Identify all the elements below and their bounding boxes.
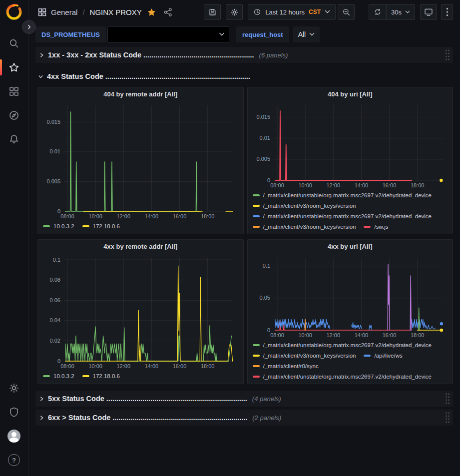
svg-text:08:00: 08:00: [270, 182, 284, 188]
legend-item[interactable]: /_matrix/client/r0/sync: [253, 363, 319, 369]
sidebar-item-starred[interactable]: [0, 55, 28, 79]
svg-text:0.08: 0.08: [50, 277, 60, 283]
row-header-6xx[interactable]: 6xx > Status Code ......................…: [35, 410, 453, 426]
legend-label: /_matrix/client/unstable/org.matrix.msc2…: [263, 192, 432, 198]
row-drag-handle-icon[interactable]: [445, 412, 450, 426]
row-header-4xx[interactable]: 4xx Status Code ........................…: [35, 70, 453, 83]
dashboard-settings-button[interactable]: [226, 4, 243, 20]
legend-item[interactable]: /_matrix/client/v3/room_keys/version: [253, 224, 356, 230]
legend-swatch: [253, 215, 260, 217]
legend-item[interactable]: 172.18.0.6: [82, 223, 120, 229]
share-button[interactable]: [163, 7, 173, 17]
legend-item[interactable]: /_matrix/client/unstable/org.matrix.msc2…: [253, 192, 432, 198]
shield-icon: [8, 407, 19, 418]
sidebar-item-alerting[interactable]: [0, 127, 28, 151]
share-icon: [163, 7, 173, 17]
legend-label: /_matrix/client/unstable/org.matrix.msc2…: [263, 374, 432, 380]
breadcrumb-section[interactable]: General: [51, 8, 77, 16]
legend-label: /sw.js: [374, 224, 388, 230]
svg-text:18:00: 18:00: [201, 213, 215, 219]
request-host-dropdown[interactable]: All: [293, 26, 320, 42]
grafana-logo-icon[interactable]: [5, 3, 22, 20]
svg-text:12:00: 12:00: [326, 182, 340, 188]
refresh-interval-dropdown[interactable]: 30s: [386, 4, 415, 19]
svg-text:0.02: 0.02: [50, 338, 60, 344]
sidebar-item-configuration[interactable]: [0, 376, 28, 400]
chart-canvas[interactable]: 08:0010:0012:0014:0016:0018:0000.0050.01…: [42, 101, 239, 220]
save-dashboard-button[interactable]: [204, 4, 221, 20]
legend-item[interactable]: 10.0.3.2: [43, 373, 74, 379]
row-title: 4xx Status Code ........................…: [47, 72, 250, 80]
panel-title[interactable]: 404 by remote addr [All]: [42, 87, 239, 101]
search-icon: [8, 38, 19, 49]
favorite-star-button[interactable]: [147, 7, 156, 17]
refresh-interval-label: 30s: [391, 8, 402, 16]
refresh-button[interactable]: [369, 4, 386, 19]
kebab-icon: [446, 7, 449, 16]
sidebar-item-help[interactable]: ?: [0, 448, 28, 472]
row-header-1xx-3xx-2xx[interactable]: 1xx - 3xx - 2xx Status Code ............…: [35, 47, 453, 63]
request-host-label[interactable]: request_host: [242, 31, 283, 38]
legend-swatch: [364, 226, 371, 228]
row-panel-count: (6 panels): [259, 51, 288, 59]
chevron-down-icon: [325, 10, 330, 14]
row-drag-handle-icon[interactable]: [445, 49, 450, 63]
panel-title[interactable]: 4xx by remote addr [All]: [42, 240, 239, 254]
legend-item[interactable]: 10.0.3.2: [43, 223, 74, 229]
legend-item[interactable]: /_matrix/client/unstable/org.matrix.msc2…: [253, 213, 432, 219]
row-drag-handle-icon[interactable]: [445, 393, 450, 407]
svg-text:10:00: 10:00: [88, 363, 102, 369]
legend-label: /_matrix/client/v3/room_keys/version: [263, 353, 356, 359]
sidebar-item-search[interactable]: [0, 31, 28, 55]
svg-text:18:00: 18:00: [410, 332, 424, 338]
sidebar-item-dashboards[interactable]: [0, 79, 28, 103]
zoom-out-button[interactable]: [338, 4, 355, 20]
datasource-label[interactable]: DS_PROMETHEUS: [41, 31, 100, 38]
svg-text:08:00: 08:00: [270, 332, 284, 338]
svg-text:14:00: 14:00: [354, 182, 368, 188]
time-range-picker[interactable]: Last 12 hours CST: [248, 4, 336, 20]
legend-item[interactable]: /_matrix/client/v3/room_keys/version: [253, 203, 356, 209]
panel-title[interactable]: 4xx by uri [All]: [252, 240, 449, 254]
legend-item[interactable]: /api/live/ws: [364, 353, 402, 359]
sidebar-item-profile[interactable]: [0, 424, 28, 448]
legend-item[interactable]: /_matrix/client/unstable/org.matrix.msc2…: [253, 374, 432, 380]
panel-404-by-uri: 404 by uri [All] 08:0010:0012:0014:0016:…: [247, 87, 454, 234]
chevron-down-icon: [309, 32, 315, 36]
legend-swatch: [253, 205, 260, 207]
tv-mode-button[interactable]: [420, 4, 437, 20]
chevron-down-icon: [405, 10, 410, 14]
sidebar: ?: [0, 0, 28, 476]
time-range-label: Last 12 hours: [265, 8, 305, 16]
legend-swatch: [253, 355, 260, 357]
legend: 10.0.3.2172.18.0.6: [42, 370, 239, 383]
svg-text:14:00: 14:00: [145, 363, 159, 369]
svg-text:0.015: 0.015: [256, 114, 270, 120]
row-title: 1xx - 3xx - 2xx Status Code ............…: [48, 51, 254, 59]
sidebar-expand-button[interactable]: [22, 20, 36, 34]
chart-canvas[interactable]: 08:0010:0012:0014:0016:0018:0000.0050.01…: [252, 101, 449, 189]
chart-canvas[interactable]: 08:0010:0012:0014:0016:0018:0000.050.1: [252, 254, 449, 339]
sidebar-item-explore[interactable]: [0, 103, 28, 127]
legend-item[interactable]: 172.18.0.6: [82, 373, 120, 379]
svg-text:0.1: 0.1: [53, 257, 60, 263]
gear-icon: [230, 8, 239, 16]
svg-text:0: 0: [267, 177, 270, 183]
row-header-5xx[interactable]: 5xx Status Code ........................…: [35, 391, 453, 407]
datasource-value-dropdown[interactable]: [107, 26, 229, 42]
svg-text:18:00: 18:00: [410, 182, 424, 188]
chevron-right-icon: [38, 396, 45, 402]
sidebar-item-server-admin[interactable]: [0, 400, 28, 424]
legend-item[interactable]: /sw.js: [364, 224, 388, 230]
legend-label: /_matrix/client/v3/room_keys/version: [263, 203, 356, 209]
panel-title[interactable]: 404 by uri [All]: [252, 87, 449, 101]
legend-label: 10.0.3.2: [53, 373, 74, 379]
legend-item[interactable]: /_matrix/client/unstable/org.matrix.msc2…: [253, 342, 432, 348]
svg-text:0.005: 0.005: [46, 178, 60, 184]
chart-canvas[interactable]: 08:0010:0012:0014:0016:0018:0000.020.040…: [42, 254, 239, 370]
legend-item[interactable]: /_matrix/client/v3/room_keys/version: [253, 353, 356, 359]
kebab-menu-button[interactable]: [441, 4, 453, 20]
legend-swatch: [253, 365, 260, 367]
panels-grid: 404 by remote addr [All] 08:0010:0012:00…: [37, 87, 453, 384]
row-panel-count: (4 panels): [252, 395, 281, 403]
